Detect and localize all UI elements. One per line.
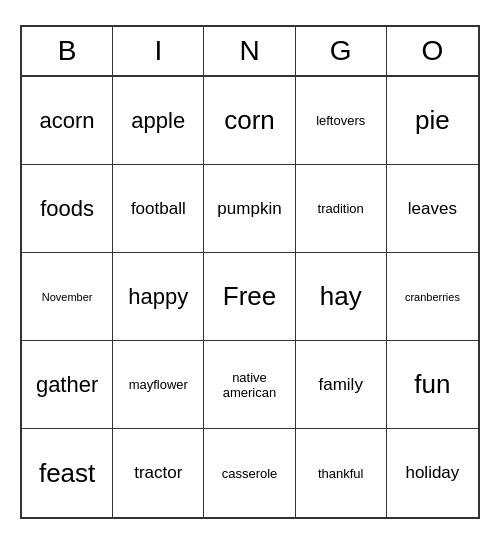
bingo-cell: mayflower <box>113 341 204 429</box>
bingo-cell: happy <box>113 253 204 341</box>
bingo-grid: acornapplecornleftoverspiefoodsfootballp… <box>22 77 478 517</box>
header-letter: I <box>113 27 204 75</box>
bingo-cell: family <box>296 341 387 429</box>
bingo-cell: pumpkin <box>204 165 295 253</box>
bingo-cell: tractor <box>113 429 204 517</box>
bingo-cell: native american <box>204 341 295 429</box>
bingo-cell: leftovers <box>296 77 387 165</box>
bingo-cell: cranberries <box>387 253 478 341</box>
bingo-cell: football <box>113 165 204 253</box>
bingo-cell: Free <box>204 253 295 341</box>
bingo-cell: tradition <box>296 165 387 253</box>
bingo-cell: leaves <box>387 165 478 253</box>
bingo-header: BINGO <box>22 27 478 77</box>
bingo-cell: November <box>22 253 113 341</box>
header-letter: O <box>387 27 478 75</box>
header-letter: N <box>204 27 295 75</box>
bingo-cell: casserole <box>204 429 295 517</box>
bingo-cell: feast <box>22 429 113 517</box>
header-letter: B <box>22 27 113 75</box>
bingo-cell: fun <box>387 341 478 429</box>
bingo-cell: hay <box>296 253 387 341</box>
bingo-cell: corn <box>204 77 295 165</box>
bingo-card: BINGO acornapplecornleftoverspiefoodsfoo… <box>20 25 480 519</box>
bingo-cell: foods <box>22 165 113 253</box>
bingo-cell: acorn <box>22 77 113 165</box>
bingo-cell: gather <box>22 341 113 429</box>
bingo-cell: pie <box>387 77 478 165</box>
bingo-cell: holiday <box>387 429 478 517</box>
bingo-cell: thankful <box>296 429 387 517</box>
bingo-cell: apple <box>113 77 204 165</box>
header-letter: G <box>296 27 387 75</box>
